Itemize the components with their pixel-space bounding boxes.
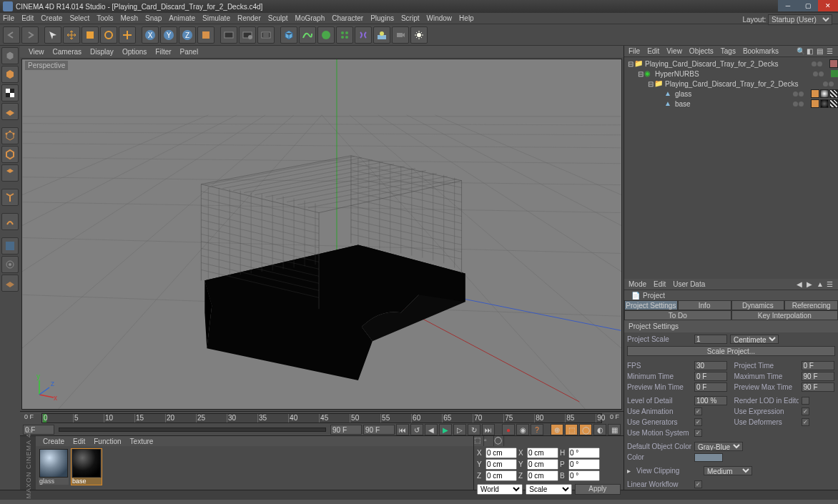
z-axis-lock[interactable]: Z — [179, 26, 196, 44]
workplane-snap[interactable] — [1, 275, 19, 292]
tweak-mode[interactable] — [1, 213, 19, 230]
key-param[interactable]: ◐ — [593, 424, 606, 435]
coord-position-icon[interactable]: ⬚ — [474, 436, 484, 446]
tag-icon[interactable] — [829, 59, 838, 68]
render-settings[interactable] — [257, 26, 275, 44]
menu-animate[interactable]: Animate — [169, 14, 195, 22]
coord-apply-button[interactable]: Apply — [575, 484, 621, 495]
y-axis-lock[interactable]: Y — [160, 26, 177, 44]
mat-menu-edit[interactable]: Edit — [73, 438, 85, 445]
redo-button[interactable] — [21, 26, 39, 44]
timeline-end-field-2[interactable] — [363, 425, 395, 435]
dropdown-scale-unit[interactable]: Centimeters — [730, 335, 779, 344]
menu-sculpt[interactable]: Sculpt — [268, 14, 288, 22]
menu-mesh[interactable]: Mesh — [121, 14, 138, 22]
mat-menu-create[interactable]: Create — [43, 438, 64, 445]
color-swatch[interactable] — [694, 453, 723, 462]
add-environment[interactable] — [373, 26, 390, 44]
menu-tools[interactable]: Tools — [97, 14, 113, 22]
back-icon[interactable]: ◀ — [797, 280, 805, 289]
chk-render-lod[interactable] — [802, 397, 809, 405]
texture-mode[interactable] — [1, 84, 19, 102]
add-light[interactable] — [410, 26, 428, 44]
record-button[interactable]: ● — [502, 424, 515, 435]
menu-render[interactable]: Render — [237, 14, 261, 22]
close-button[interactable]: ✕ — [818, 0, 838, 11]
field-project-scale[interactable] — [694, 335, 727, 344]
select-tool[interactable] — [44, 26, 61, 44]
field-lod[interactable] — [694, 396, 727, 405]
scale-tool[interactable] — [82, 26, 99, 44]
menu-snap[interactable]: Snap — [145, 14, 162, 22]
viewport[interactable]: Perspective — [21, 59, 622, 410]
key-rot[interactable]: ◯ — [579, 424, 592, 435]
coord-p-rot[interactable] — [568, 459, 600, 470]
mat-menu-function[interactable]: Function — [94, 438, 121, 445]
minimize-button[interactable]: ─ — [778, 0, 798, 11]
undo-button[interactable] — [3, 26, 20, 44]
menu-simulate[interactable]: Simulate — [202, 14, 230, 22]
filter-icon[interactable]: ▤ — [817, 47, 825, 56]
make-editable[interactable] — [1, 47, 19, 64]
obj-menu-tags[interactable]: Tags — [721, 47, 736, 55]
expand-icon[interactable]: ▸ — [627, 467, 631, 475]
view-menu-options[interactable]: Options — [122, 48, 147, 56]
tab-info[interactable]: Info — [678, 300, 731, 310]
step-back[interactable]: ◀ — [425, 424, 438, 435]
panel-menu-icon[interactable]: ☰ — [827, 47, 835, 56]
point-mode[interactable] — [1, 127, 19, 144]
menu-plugins[interactable]: Plugins — [370, 14, 394, 22]
menu-edit[interactable]: Edit — [21, 14, 34, 22]
coord-mode2[interactable]: Scale — [526, 484, 571, 495]
axis-mode[interactable] — [1, 189, 19, 206]
tab-dynamics[interactable]: Dynamics — [731, 300, 785, 310]
tree-row-root[interactable]: ⊟📁 Playing_Card_Discard_Tray_for_2_Decks — [624, 59, 838, 69]
polygon-mode[interactable] — [1, 164, 19, 182]
object-tree[interactable]: ⊟📁 Playing_Card_Discard_Tray_for_2_Decks… — [624, 57, 838, 279]
up-icon[interactable]: ▲ — [817, 280, 825, 289]
chk-use-generators[interactable]: ✓ — [694, 418, 702, 426]
key-scale[interactable]: ⬚ — [565, 424, 578, 435]
field-preview-max[interactable] — [802, 382, 834, 392]
viewport-solo[interactable] — [1, 237, 19, 255]
tree-row-glass[interactable]: ▲ glass — [624, 89, 838, 99]
keyframe-sel[interactable]: ? — [531, 424, 543, 435]
material-base[interactable]: base — [72, 449, 102, 485]
tree-row-base[interactable]: ▲ base — [624, 99, 838, 109]
goto-end[interactable]: ⏭ — [482, 424, 495, 435]
view-menu-cameras[interactable]: Cameras — [53, 48, 82, 56]
view-menu-filter[interactable]: Filter — [155, 48, 171, 56]
x-axis-lock[interactable]: X — [142, 26, 159, 44]
fwd-icon[interactable]: ▶ — [807, 280, 815, 289]
obj-menu-file[interactable]: File — [628, 47, 640, 55]
autokey-button[interactable]: ◉ — [516, 424, 529, 435]
chk-linear-workflow[interactable]: ✓ — [694, 480, 702, 488]
add-nurbs[interactable] — [317, 26, 335, 44]
obj-menu-bookmarks[interactable]: Bookmarks — [743, 47, 779, 55]
uvw-tag-icon[interactable] — [829, 89, 838, 98]
timeline-range-slider[interactable] — [59, 428, 326, 432]
field-max-time[interactable] — [802, 372, 834, 381]
add-spline[interactable] — [299, 26, 316, 44]
field-project-time[interactable] — [802, 361, 834, 370]
coord-rot-icon[interactable]: ◯ — [494, 436, 504, 446]
menu-create[interactable]: Create — [41, 14, 62, 22]
tab-project-settings[interactable]: Project Settings — [624, 300, 678, 310]
timeline-end-field-1[interactable] — [330, 425, 362, 435]
snap-toggle[interactable] — [1, 256, 19, 273]
texture-tag-icon[interactable] — [820, 89, 829, 98]
tree-row-child[interactable]: ⊟📁 Playing_Card_Discard_Tray_for_2_Decks — [624, 79, 838, 89]
menu-script[interactable]: Script — [401, 14, 420, 22]
menu-select[interactable]: Select — [69, 14, 89, 22]
field-preview-min[interactable] — [694, 382, 727, 392]
tab-keyinterp[interactable]: Key Interpolation — [731, 310, 839, 320]
field-fps[interactable] — [694, 361, 727, 370]
eye-icon[interactable]: ◧ — [807, 47, 815, 56]
obj-menu-edit[interactable]: Edit — [647, 47, 659, 55]
menu-mograph[interactable]: MoGraph — [295, 14, 325, 22]
attr-menu-userdata[interactable]: User Data — [673, 280, 705, 288]
goto-prev-key[interactable]: ↺ — [410, 424, 423, 435]
move-tool[interactable] — [63, 26, 80, 44]
obj-menu-objects[interactable]: Objects — [689, 47, 714, 55]
chk-use-motion[interactable]: ✓ — [694, 429, 702, 437]
